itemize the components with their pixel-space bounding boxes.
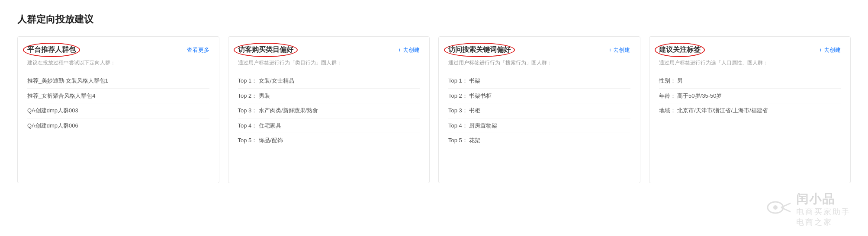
watermark-line2: 电商买家助手 — [796, 207, 851, 217]
card-header-4: 建议关注标签 + 去创建 — [659, 45, 841, 54]
card-platform-recommend: 平台推荐人群包 查看更多 建议在投放过程中尝试以下定向人群： 推荐_美妙通勤·女… — [17, 36, 219, 183]
card-title-wrapper-2: 访客购买类目偏好 — [238, 45, 293, 54]
list-item: 推荐_美妙通勤·女装风格人群包1 — [27, 73, 209, 89]
watermark: 闰小品 电商买家助手 电商之家 — [767, 191, 851, 227]
list-item: Top 4： 住宅家具 — [238, 118, 420, 134]
list-item: Top 2： 书架书柜 — [448, 89, 630, 104]
list-item: QA创建dmp人群006 — [27, 118, 209, 133]
card-suggest-tags: 建议关注标签 + 去创建 通过用户标签进行行为选「人口属性」圈人群： 性别： 男… — [649, 36, 851, 183]
card-title-wrapper-3: 访问搜索关键词偏好 — [448, 45, 511, 54]
cards-container: 平台推荐人群包 查看更多 建议在投放过程中尝试以下定向人群： 推荐_美妙通勤·女… — [17, 36, 851, 183]
card-header-1: 平台推荐人群包 查看更多 — [27, 45, 209, 54]
list-item: Top 2： 男装 — [238, 89, 420, 104]
card-header-3: 访问搜索关键词偏好 + 去创建 — [448, 45, 630, 54]
list-item: Top 3： 书柜 — [448, 103, 630, 118]
card-action-4[interactable]: + 去创建 — [819, 46, 841, 54]
list-item: 年龄： 高于50岁/35-50岁 — [659, 89, 841, 104]
card-list-4: 性别： 男 年龄： 高于50岁/35-50岁 地域： 北京市/天津市/浙江省/上… — [659, 73, 841, 118]
list-item: Top 5： 花架 — [448, 133, 630, 148]
svg-line-3 — [781, 207, 791, 212]
list-item: 推荐_女裤聚合风格人群包4 — [27, 89, 209, 104]
list-item: Top 1： 书架 — [448, 73, 630, 89]
card-title-3: 访问搜索关键词偏好 — [448, 46, 511, 53]
card-title-2: 访客购买类目偏好 — [238, 46, 293, 53]
card-action-3[interactable]: + 去创建 — [608, 46, 630, 54]
card-title-wrapper-1: 平台推荐人群包 — [27, 45, 76, 54]
list-item: 地域： 北京市/天津市/浙江省/上海市/福建省 — [659, 103, 841, 118]
list-item: QA创建dmp人群003 — [27, 103, 209, 118]
card-desc-2: 通过用户标签进行行为「类目行为」圈人群： — [238, 59, 420, 67]
page-title: 人群定向投放建议 — [17, 13, 851, 26]
list-item: Top 5： 饰品/配饰 — [238, 133, 420, 148]
card-action-1[interactable]: 查看更多 — [187, 46, 209, 54]
svg-line-2 — [781, 203, 791, 207]
card-visitor-buy: 访客购买类目偏好 + 去创建 通过用户标签进行行为「类目行为」圈人群： Top … — [228, 36, 430, 183]
svg-point-0 — [768, 202, 783, 213]
card-title-wrapper-4: 建议关注标签 — [659, 45, 701, 54]
card-list-2: Top 1： 女装/女士精品 Top 2： 男装 Top 3： 水产肉类/新鲜蔬… — [238, 73, 420, 148]
watermark-text: 闰小品 电商买家助手 电商之家 — [796, 191, 851, 227]
card-desc-3: 通过用户标签进行行为「搜索行为」圈人群： — [448, 59, 630, 67]
list-item: Top 3： 水产肉类/新鲜蔬果/熟食 — [238, 103, 420, 118]
watermark-icon — [767, 197, 793, 222]
card-visitor-search: 访问搜索关键词偏好 + 去创建 通过用户标签进行行为「搜索行为」圈人群： Top… — [438, 36, 640, 183]
list-item: Top 4： 厨房置物架 — [448, 118, 630, 134]
card-list-1: 推荐_美妙通勤·女装风格人群包1 推荐_女裤聚合风格人群包4 QA创建dmp人群… — [27, 73, 209, 133]
card-desc-4: 通过用户标签进行行为选「人口属性」圈人群： — [659, 59, 841, 67]
card-desc-1: 建议在投放过程中尝试以下定向人群： — [27, 59, 209, 67]
card-title-1: 平台推荐人群包 — [27, 46, 76, 53]
card-action-2[interactable]: + 去创建 — [398, 46, 420, 54]
list-item: Top 1： 女装/女士精品 — [238, 73, 420, 89]
list-item: 性别： 男 — [659, 73, 841, 89]
watermark-line3: 电商之家 — [796, 217, 851, 227]
card-list-3: Top 1： 书架 Top 2： 书架书柜 Top 3： 书柜 Top 4： 厨… — [448, 73, 630, 148]
watermark-line1: 闰小品 — [796, 191, 851, 207]
card-header-2: 访客购买类目偏好 + 去创建 — [238, 45, 420, 54]
svg-point-1 — [773, 205, 778, 210]
card-title-4: 建议关注标签 — [659, 46, 701, 53]
